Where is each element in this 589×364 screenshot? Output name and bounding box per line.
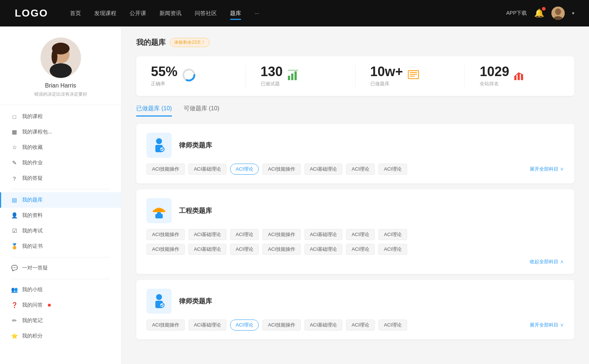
tag-eng-r2-1[interactable]: ACI基础理论: [188, 244, 227, 255]
sidebar-menu-item-13[interactable]: ⭐我的积分: [0, 328, 121, 344]
svg-point-7: [52, 49, 57, 64]
bank-card-lawyer-2-header: 律师类题库: [147, 289, 564, 314]
tag-lawyer1-1[interactable]: ACI基础理论: [188, 164, 227, 175]
bank-tags-engineer-row2: ACI技能操作 ACI基础理论 ACI理论 ACI技能操作 ACI基础理论 AC…: [147, 244, 564, 255]
nav-item-5[interactable]: 题库: [230, 10, 241, 17]
sidebar-menu-item-7[interactable]: ☑我的考试: [0, 223, 121, 239]
tag-eng-r1-2[interactable]: ACI理论: [230, 229, 259, 240]
sidebar-menu-item-4[interactable]: ?我的答疑: [0, 171, 121, 186]
sidebar-menu-icon-2: ☆: [11, 144, 18, 151]
sidebar-menu-item-0[interactable]: □我的课程: [0, 109, 121, 124]
bank-card-engineer-header: 工程类题库: [147, 198, 564, 223]
tag-eng-r1-5[interactable]: ACI理论: [346, 229, 375, 240]
sidebar-divider-8: [11, 257, 110, 257]
tag-eng-r2-0[interactable]: ACI技能操作: [147, 244, 185, 255]
sidebar: Brian Harris 错误的决定比没有决定要好 □我的课程▦我的课程包...…: [0, 26, 121, 364]
stat-ranking-value-block: 1029 全站排名: [480, 65, 509, 87]
tag-eng-r2-4[interactable]: ACI基础理论: [304, 244, 343, 255]
avatar-chevron-icon[interactable]: ▾: [572, 11, 574, 16]
tag-lawyer1-4[interactable]: ACI基础理论: [304, 164, 343, 175]
stat-done-questions: 130 已做试题: [246, 65, 356, 87]
sidebar-menu-item-11[interactable]: ❓我的问答: [0, 297, 121, 313]
sidebar-menu-icon-0: □: [11, 114, 18, 120]
sidebar-menu-label-12: 我的笔记: [22, 317, 43, 324]
collapse-toggle-engineer[interactable]: 收起全部科目 ∧: [147, 258, 564, 265]
stat-done-questions-value: 130: [261, 65, 283, 78]
sidebar-menu-item-6[interactable]: 👤我的资料: [0, 208, 121, 223]
sidebar-menu-icon-4: ?: [11, 175, 18, 182]
tag-lawyer1-6[interactable]: ACI理论: [378, 164, 407, 175]
sidebar-menu-item-5[interactable]: ▤我的题库: [0, 192, 121, 208]
sidebar-menu-item-2[interactable]: ☆我的收藏: [0, 140, 121, 155]
nav-item-3[interactable]: 新闻资讯: [159, 10, 181, 17]
notification-bell[interactable]: 🔔: [534, 8, 544, 18]
nav-item-4[interactable]: 问答社区: [195, 10, 217, 17]
tag-lawyer2-3[interactable]: ACI技能操作: [262, 320, 301, 331]
tag-eng-r2-3[interactable]: ACI技能操作: [262, 244, 301, 255]
ranking-icon: [514, 69, 525, 83]
sidebar-menu-item-9[interactable]: 💬一对一答疑: [0, 260, 121, 276]
svg-rect-8: [52, 65, 70, 72]
tag-eng-r2-5[interactable]: ACI理论: [346, 244, 375, 255]
sidebar-menu-label-1: 我的课程包...: [22, 129, 52, 135]
notification-dot-11: [48, 304, 51, 307]
sidebar-menu-item-10[interactable]: 👥我的小组: [0, 282, 121, 297]
sidebar-menu-item-3[interactable]: ✎我的作业: [0, 155, 121, 171]
stat-done-banks-label: 已做题库: [370, 81, 403, 87]
bank-tags-row-lawyer-1: ACI技能操作 ACI基础理论 ACI理论 ACI技能操作 ACI基础理论 AC…: [147, 164, 564, 175]
bank-tags-row-lawyer-2: ACI技能操作 ACI基础理论 ACI理论 ACI技能操作 ACI基础理论 AC…: [147, 320, 564, 331]
tag-eng-r1-0[interactable]: ACI技能操作: [147, 229, 185, 240]
sidebar-avatar[interactable]: [40, 38, 81, 78]
stat-ranking: 1029 全站排名: [465, 65, 574, 87]
navbar: LOGO 首页发现课程公开课新闻资讯问答社区题库··· APP下载 🔔 ▾: [0, 0, 589, 26]
sidebar-menu-item-8[interactable]: 🏅我的证书: [0, 239, 121, 254]
app-download-button[interactable]: APP下载: [506, 10, 527, 17]
sidebar-menu-label-7: 我的考试: [22, 228, 43, 234]
tag-lawyer2-5[interactable]: ACI理论: [346, 320, 375, 331]
stat-accuracy: 55% 正确率: [136, 65, 246, 87]
nav-item-1[interactable]: 发现课程: [94, 10, 116, 17]
trial-badge: 体验剩余23天！: [170, 38, 209, 47]
sidebar-menu-item-1[interactable]: ▦我的课程包...: [0, 124, 121, 140]
stats-row: 55% 正确率 130 已做试题: [136, 56, 574, 96]
sidebar-menu-label-11: 我的问答: [22, 302, 43, 308]
expand-toggle-lawyer-2[interactable]: 展开全部科目 ∨: [530, 322, 564, 328]
avatar-image: [551, 7, 565, 20]
bank-tags-lawyer-1: ACI技能操作 ACI基础理论 ACI理论 ACI技能操作 ACI基础理论 AC…: [147, 164, 530, 175]
expand-toggle-lawyer-1[interactable]: 展开全部科目 ∨: [530, 166, 564, 172]
tag-lawyer2-6[interactable]: ACI理论: [378, 320, 407, 331]
stat-done-banks-value: 10w+: [370, 65, 403, 78]
tag-lawyer1-0[interactable]: ACI技能操作: [147, 164, 185, 175]
sidebar-menu-label-9: 一对一答疑: [22, 265, 48, 271]
nav-item-2[interactable]: 公开课: [130, 10, 146, 17]
tag-lawyer1-5[interactable]: ACI理论: [346, 164, 375, 175]
tag-lawyer2-4[interactable]: ACI基础理论: [304, 320, 343, 331]
tag-eng-r2-6[interactable]: ACI理论: [378, 244, 407, 255]
nav-item-0[interactable]: 首页: [70, 10, 81, 17]
tag-eng-r2-2[interactable]: ACI理论: [230, 244, 259, 255]
svg-rect-18: [410, 76, 415, 76]
tab-available-banks[interactable]: 可做题库 (10): [184, 105, 219, 117]
sidebar-menu-item-12[interactable]: ✏我的笔记: [0, 313, 121, 328]
tag-eng-r1-3[interactable]: ACI技能操作: [262, 229, 301, 240]
tag-eng-r1-4[interactable]: ACI基础理论: [304, 229, 343, 240]
avatar[interactable]: [551, 7, 565, 20]
sidebar-menu-icon-7: ☑: [11, 228, 18, 234]
svg-rect-28: [155, 210, 163, 211]
svg-rect-16: [410, 72, 417, 73]
tag-lawyer2-0[interactable]: ACI技能操作: [147, 320, 185, 331]
tag-lawyer2-2[interactable]: ACI理论: [230, 320, 259, 331]
tag-lawyer1-2[interactable]: ACI理论: [230, 164, 259, 175]
stat-accuracy-value-block: 55% 正确率: [151, 65, 177, 87]
sidebar-divider-9: [11, 279, 110, 279]
tab-done-banks[interactable]: 已做题库 (10): [136, 105, 172, 117]
svg-rect-11: [288, 76, 290, 80]
tag-lawyer2-1[interactable]: ACI基础理论: [188, 320, 227, 331]
stat-done-banks: 10w+ 已做题库: [356, 65, 465, 87]
tag-lawyer1-3[interactable]: ACI技能操作: [262, 164, 301, 175]
tag-eng-r1-1[interactable]: ACI基础理论: [188, 229, 227, 240]
nav-item-6[interactable]: ···: [254, 10, 259, 17]
bank-card-lawyer-1-header: 律师类题库: [147, 133, 564, 158]
sidebar-menu-icon-12: ✏: [11, 317, 18, 324]
tag-eng-r1-6[interactable]: ACI理论: [378, 229, 407, 240]
